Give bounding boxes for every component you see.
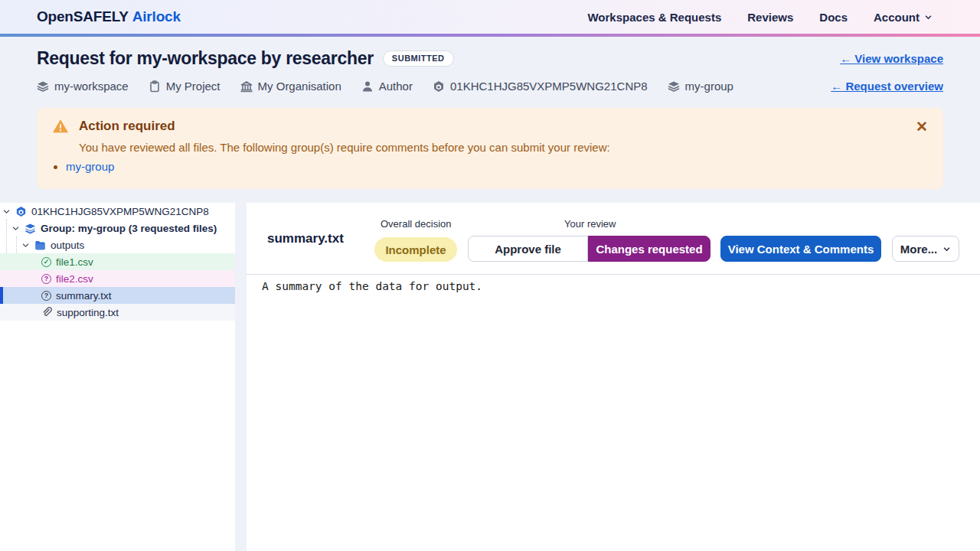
meta-workspace: my-workspace xyxy=(37,80,129,93)
warning-icon xyxy=(52,119,69,134)
overall-decision-badge: Incomplete xyxy=(374,237,457,262)
overall-decision-label: Overall decision xyxy=(381,218,452,230)
tree-file-file2[interactable]: ? file2.csv xyxy=(0,270,235,287)
nav-workspaces-requests[interactable]: Workspaces & Requests xyxy=(587,11,721,24)
chevron-down-icon xyxy=(924,13,933,21)
request-overview-link[interactable]: ← Request overview xyxy=(831,80,943,93)
tree-file-summary-selected[interactable]: ? summary.txt xyxy=(0,287,235,304)
layers-icon xyxy=(668,80,680,93)
question-circle-icon: ? xyxy=(41,291,51,301)
user-icon xyxy=(361,80,374,93)
layers-icon xyxy=(24,223,36,234)
tree-folder-outputs[interactable]: outputs xyxy=(0,236,235,253)
check-circle-icon: ✓ xyxy=(41,257,51,267)
cube-icon xyxy=(433,80,445,93)
view-context-comments-button[interactable]: View Context & Comments xyxy=(720,236,881,262)
file-title: summary.txt xyxy=(267,231,344,246)
navbar-links: Workspaces & Requests Reviews Docs Accou… xyxy=(587,11,933,24)
file-tree-sidebar: 01KHC1HJG85VXPMP5WNG21CNP8 Group: my-gro… xyxy=(0,203,235,551)
app-logo[interactable]: OpenSAFELYAirlock xyxy=(37,8,181,25)
navbar: OpenSAFELYAirlock Workspaces & Requests … xyxy=(0,0,980,34)
paperclip-icon xyxy=(41,307,52,318)
page: OpenSAFELYAirlock Workspaces & Requests … xyxy=(0,0,980,551)
meta-organisation: My Organisation xyxy=(240,80,341,93)
approve-file-button[interactable]: Approve file xyxy=(468,236,588,262)
tree-file-file1[interactable]: ✓ file1.csv xyxy=(0,253,235,270)
alert-title: Action required xyxy=(79,119,175,134)
action-required-alert: Action required ✕ You have reviewed all … xyxy=(37,108,943,189)
logo-secondary: Airlock xyxy=(132,8,181,24)
status-badge: SUBMITTED xyxy=(383,51,454,67)
changes-requested-button[interactable]: Changes requested xyxy=(588,236,710,262)
chevron-down-icon xyxy=(942,245,951,253)
layers-icon xyxy=(37,80,49,93)
alert-group-item: my-group xyxy=(66,160,928,173)
chevron-down-icon xyxy=(2,207,11,216)
meta-group: my-group xyxy=(668,80,733,93)
request-header: Request for my-workspace by researcher S… xyxy=(37,37,943,93)
chevron-down-icon xyxy=(21,241,30,249)
panel-divider xyxy=(247,274,980,275)
question-circle-icon: ? xyxy=(41,274,51,284)
chevron-down-icon xyxy=(11,224,20,233)
folder-icon xyxy=(34,240,46,251)
your-review-label: Your review xyxy=(564,218,616,230)
clipboard-icon xyxy=(149,80,161,93)
logo-primary: OpenSAFELY xyxy=(37,8,129,24)
tree-root-request[interactable]: 01KHC1HJG85VXPMP5WNG21CNP8 xyxy=(0,203,235,220)
nav-docs[interactable]: Docs xyxy=(819,11,848,24)
file-view-panel: summary.txt Overall decision Incomplete … xyxy=(247,203,980,551)
meta-request-id: 01KHC1HJG85VXPMP5WNG21CNP8 xyxy=(433,80,648,93)
cube-icon xyxy=(15,206,27,217)
tree-group-my-group[interactable]: Group: my-group (3 requested files) xyxy=(0,220,235,236)
bank-icon xyxy=(240,80,253,93)
view-workspace-link[interactable]: ← View workspace xyxy=(840,52,943,65)
meta-author: Author xyxy=(361,80,413,93)
request-metadata: my-workspace My Project My Organisation … xyxy=(37,80,733,93)
nav-account-menu[interactable]: Account xyxy=(874,11,933,24)
close-icon[interactable]: ✕ xyxy=(911,116,933,137)
file-content-text: A summary of the data for output. xyxy=(262,280,482,292)
tree-file-supporting[interactable]: supporting.txt xyxy=(0,304,235,321)
more-menu-button[interactable]: More... xyxy=(892,236,959,262)
alert-message: You have reviewed all files. The followi… xyxy=(79,141,928,154)
meta-project: My Project xyxy=(149,80,220,93)
nav-reviews[interactable]: Reviews xyxy=(747,11,793,24)
alert-group-link[interactable]: my-group xyxy=(66,160,114,173)
page-title: Request for my-workspace by researcher xyxy=(37,48,374,69)
